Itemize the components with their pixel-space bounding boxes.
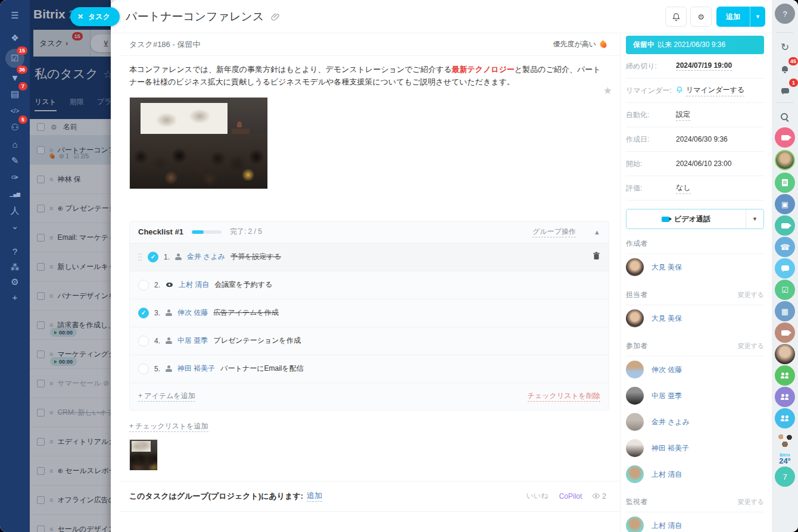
field-value[interactable]: なし <box>676 183 691 194</box>
checklist-item[interactable]: 5.神田 裕美子パートナーにEmailを配信 <box>130 355 609 383</box>
company-icon[interactable]: ⌂ <box>0 136 30 152</box>
unchecked-circle[interactable] <box>138 336 149 346</box>
add-split-button[interactable]: 追加 ▼ <box>716 7 765 27</box>
person-name-link[interactable]: 大見 美保 <box>652 314 682 324</box>
avatar[interactable] <box>626 309 644 327</box>
video-camera-brown-icon[interactable] <box>775 323 795 343</box>
person-clock-icon[interactable] <box>775 408 795 428</box>
field-value[interactable]: 2024/07/19 19:00 <box>676 61 732 71</box>
add-checklist-link[interactable]: + チェックリストを追加 <box>129 421 208 432</box>
person-name-link[interactable]: 金井 さよみ <box>652 417 690 427</box>
calendar-icon[interactable]: ▦ <box>775 301 795 321</box>
link-icon[interactable] <box>271 12 280 21</box>
chevron-down-icon[interactable]: ▼ <box>750 7 765 27</box>
add-item-link[interactable]: + アイテムを追加 <box>138 391 195 402</box>
assignee-name-link[interactable]: 伸次 佐藤 <box>177 308 208 318</box>
avatar[interactable] <box>626 413 644 431</box>
chevron-up-icon[interactable]: ▲ <box>594 229 600 236</box>
like-button[interactable]: いいね <box>526 491 548 501</box>
video-call-button[interactable]: ビデオ通話 ▼ <box>626 209 764 229</box>
ai-assistant-icon[interactable]: ⚇5 <box>0 119 30 136</box>
notes-icon[interactable] <box>775 173 795 193</box>
plus-icon[interactable]: + <box>0 289 30 305</box>
tasks-icon[interactable]: ☑15 <box>0 50 30 67</box>
chat-bubble-icon[interactable] <box>775 258 795 278</box>
user-avatar-2[interactable] <box>775 344 795 364</box>
video-camera-teal-icon[interactable] <box>775 215 795 236</box>
unchecked-circle[interactable] <box>138 364 149 374</box>
chevron-down-icon[interactable]: ▼ <box>746 209 763 229</box>
field-value-text[interactable]: なし <box>676 183 691 194</box>
favorite-star-icon[interactable]: ★ <box>603 85 612 97</box>
field-value[interactable]: 設定 <box>676 109 690 121</box>
history-icon[interactable]: ↻ <box>775 37 795 57</box>
chevron-circle-icon[interactable]: ⌄ <box>0 218 30 234</box>
change-link[interactable]: 変更する <box>737 497 764 506</box>
people-purple-icon[interactable] <box>775 387 795 407</box>
person-name-link[interactable]: 中居 亜季 <box>652 391 682 401</box>
change-link[interactable]: 変更する <box>737 342 764 351</box>
person-name-link[interactable]: 上村 清自 <box>652 470 682 480</box>
checked-circle[interactable]: ✓ <box>148 252 158 262</box>
group-add-link[interactable]: 追加 <box>307 490 322 502</box>
field-value-text[interactable]: リマインダーする <box>686 85 744 96</box>
notification-bell-button[interactable] <box>665 7 687 27</box>
person-name-link[interactable]: 伸次 佐藤 <box>652 365 682 375</box>
avatar[interactable] <box>626 439 644 457</box>
menu-icon[interactable]: ☰ <box>0 7 30 24</box>
help-circle-icon[interactable]: ? <box>775 4 795 24</box>
chart-icon[interactable]: ▁▄▆ <box>0 186 30 202</box>
avatar[interactable] <box>626 517 644 532</box>
pulse-icon[interactable]: ❖ <box>0 30 30 46</box>
checklist-item[interactable]: 4.中居 亜季プレゼンテーションを作成 <box>130 327 609 355</box>
avatar[interactable] <box>626 465 644 483</box>
trash-icon[interactable] <box>593 252 600 262</box>
attachment-thumbnail[interactable] <box>129 439 158 471</box>
copilot-button[interactable]: CoPilot <box>559 492 582 500</box>
assignee-name-link[interactable]: 上村 清自 <box>179 280 209 290</box>
checklist-item[interactable]: ●●●●●●✓1.金井 さよみ予算を設定する <box>130 243 609 271</box>
user-avatar[interactable] <box>775 150 795 170</box>
video-call-pink-icon[interactable] <box>775 127 795 148</box>
avatar[interactable] <box>626 258 644 276</box>
person-name-link[interactable]: 大見 美保 <box>652 262 682 273</box>
contacts-icon[interactable]: ▤7 <box>0 86 30 102</box>
settings-icon[interactable]: ⚙ <box>0 274 30 290</box>
help-icon[interactable]: ? <box>0 243 30 259</box>
checked-circle[interactable]: ✓ <box>138 308 149 318</box>
bitrix24-mini-logo[interactable]: Bitrix24° <box>772 452 798 464</box>
assignee-name-link[interactable]: 金井 さよみ <box>187 252 225 262</box>
assignee-name-link[interactable]: 中居 亜季 <box>177 336 208 346</box>
settings-gear-button[interactable]: ⚙ <box>690 7 712 27</box>
people-icon[interactable]: 人 <box>0 202 30 219</box>
field-value-text[interactable]: 2024/07/19 19:00 <box>676 61 732 71</box>
person-name-link[interactable]: 上村 清自 <box>652 521 682 531</box>
conference-photo[interactable] <box>129 97 268 189</box>
drag-dots-icon[interactable]: ●●●●●● <box>138 252 142 261</box>
change-link[interactable]: 変更する <box>737 290 764 299</box>
assignee-name-link[interactable]: 神田 裕美子 <box>177 364 215 374</box>
signature-icon[interactable]: ✑ <box>0 169 30 186</box>
phone-icon[interactable]: ☎ <box>775 237 795 257</box>
notifications-bell-icon[interactable]: 45 <box>775 60 795 80</box>
document-edit-icon[interactable]: ✎ <box>0 152 30 169</box>
task-check-icon[interactable]: ☑ <box>775 280 795 300</box>
contact-card-icon[interactable]: ▣ <box>775 194 795 214</box>
checklist-item[interactable]: 2.上村 清自会議室を予約する <box>130 271 609 299</box>
unchecked-circle[interactable] <box>138 280 149 290</box>
search-icon[interactable] <box>775 107 795 127</box>
people-green-icon[interactable] <box>775 365 795 386</box>
chat-messages-icon[interactable]: 1 <box>775 81 795 101</box>
person-name-link[interactable]: 神田 裕美子 <box>652 443 689 453</box>
checklist-item[interactable]: ✓3.伸次 佐藤広告アイテムを作成 <box>130 299 609 327</box>
avatar[interactable] <box>626 361 644 378</box>
field-value[interactable]: リマインダーする <box>676 85 744 96</box>
field-value-text[interactable]: 設定 <box>676 109 690 121</box>
delete-checklist-link[interactable]: チェックリストを削除 <box>528 391 600 402</box>
seven-circle-icon[interactable]: 7 <box>775 467 795 487</box>
avatars-group[interactable] <box>775 430 795 450</box>
group-operations-link[interactable]: グループ操作 <box>532 227 576 237</box>
close-slider-button[interactable]: ✕ タスク <box>70 7 120 26</box>
avatar[interactable] <box>626 387 644 405</box>
overlay-dim[interactable] <box>30 0 111 532</box>
